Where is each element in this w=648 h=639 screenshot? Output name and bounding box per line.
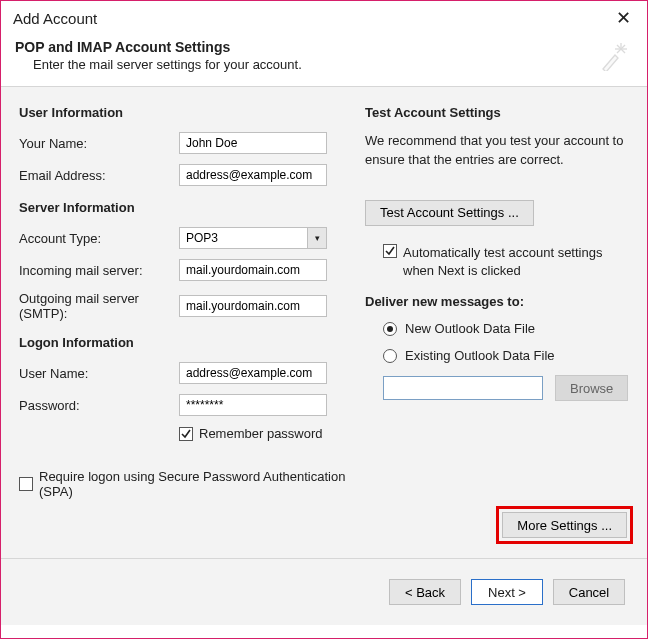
new-datafile-label: New Outlook Data File: [405, 321, 535, 336]
remember-password-row[interactable]: Remember password: [179, 426, 349, 441]
password-input[interactable]: [179, 394, 327, 416]
auto-test-checkbox[interactable]: [383, 244, 397, 258]
test-settings-desc: We recommend that you test your account …: [365, 132, 625, 170]
spa-row[interactable]: Require logon using Secure Password Auth…: [19, 469, 349, 499]
back-button[interactable]: < Back: [389, 579, 461, 605]
username-label: User Name:: [19, 366, 179, 381]
test-account-settings-button[interactable]: Test Account Settings ...: [365, 200, 534, 226]
logon-info-title: Logon Information: [19, 335, 349, 350]
content-area: User Information Your Name: Email Addres…: [1, 87, 647, 559]
header-subtitle: Enter the mail server settings for your …: [33, 57, 302, 72]
existing-datafile-row[interactable]: Existing Outlook Data File: [383, 348, 633, 363]
header-text: POP and IMAP Account Settings Enter the …: [15, 39, 302, 74]
outgoing-server-input[interactable]: [179, 295, 327, 317]
window-title: Add Account: [13, 10, 97, 27]
spa-label: Require logon using Secure Password Auth…: [39, 469, 349, 499]
chevron-down-icon[interactable]: ▾: [307, 227, 327, 249]
email-input[interactable]: [179, 164, 327, 186]
existing-datafile-label: Existing Outlook Data File: [405, 348, 555, 363]
right-column: Test Account Settings We recommend that …: [349, 105, 633, 548]
datafile-path-input[interactable]: [383, 376, 543, 400]
account-type-value[interactable]: [179, 227, 307, 249]
account-type-select[interactable]: ▾: [179, 227, 327, 249]
auto-test-label: Automatically test account settings when…: [403, 244, 623, 280]
browse-button[interactable]: Browse: [555, 375, 628, 401]
left-column: User Information Your Name: Email Addres…: [19, 105, 349, 548]
new-datafile-row[interactable]: New Outlook Data File: [383, 321, 633, 336]
server-info-title: Server Information: [19, 200, 349, 215]
account-type-label: Account Type:: [19, 231, 179, 246]
wand-icon: [599, 41, 629, 74]
footer: < Back Next > Cancel: [1, 559, 647, 625]
your-name-input[interactable]: [179, 132, 327, 154]
deliver-title: Deliver new messages to:: [365, 294, 633, 309]
remember-password-label: Remember password: [199, 426, 323, 441]
existing-datafile-radio[interactable]: [383, 349, 397, 363]
next-button[interactable]: Next >: [471, 579, 543, 605]
title-bar: Add Account ✕: [1, 1, 647, 33]
auto-test-row[interactable]: Automatically test account settings when…: [383, 244, 623, 280]
test-settings-title: Test Account Settings: [365, 105, 633, 120]
cancel-button[interactable]: Cancel: [553, 579, 625, 605]
password-label: Password:: [19, 398, 179, 413]
incoming-server-input[interactable]: [179, 259, 327, 281]
your-name-label: Your Name:: [19, 136, 179, 151]
more-settings-button[interactable]: More Settings ...: [502, 512, 627, 538]
incoming-server-label: Incoming mail server:: [19, 263, 179, 278]
remember-password-checkbox[interactable]: [179, 427, 193, 441]
username-input[interactable]: [179, 362, 327, 384]
outgoing-server-label: Outgoing mail server (SMTP):: [19, 291, 179, 321]
header-title: POP and IMAP Account Settings: [15, 39, 302, 55]
user-info-title: User Information: [19, 105, 349, 120]
spa-checkbox[interactable]: [19, 477, 33, 491]
close-icon[interactable]: ✕: [610, 7, 637, 29]
new-datafile-radio[interactable]: [383, 322, 397, 336]
more-settings-highlight: More Settings ...: [496, 506, 633, 544]
header: POP and IMAP Account Settings Enter the …: [1, 33, 647, 87]
email-label: Email Address:: [19, 168, 179, 183]
